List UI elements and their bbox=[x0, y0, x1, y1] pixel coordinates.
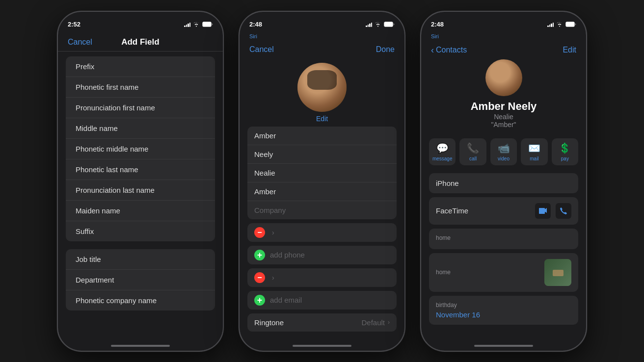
field-item-phonetic-first[interactable]: Phonetic first name bbox=[66, 77, 215, 98]
phone3-status-bar: 2:48 bbox=[421, 12, 586, 33]
phone2-status-bar: 2:48 bbox=[240, 12, 404, 33]
phone3-siri: Siri bbox=[421, 33, 586, 41]
phone2-frame: 2:48 bbox=[239, 11, 405, 352]
add-email-label: add email bbox=[270, 296, 302, 304]
mail-action-button[interactable]: ✉️ mail bbox=[521, 138, 547, 165]
cancel-button[interactable]: Cancel bbox=[68, 38, 92, 47]
contact-view-avatar bbox=[485, 59, 522, 96]
mail-icon: ✉️ bbox=[528, 142, 540, 154]
field-list: Prefix Phonetic first name Pronunciation… bbox=[58, 52, 223, 327]
battery-icon bbox=[384, 22, 395, 27]
edit-last-name[interactable]: Neely bbox=[247, 145, 397, 164]
field-item-suffix[interactable]: Suffix bbox=[66, 221, 215, 241]
field-item-middle-name[interactable]: Middle name bbox=[66, 118, 215, 139]
birthday-label: birthday bbox=[436, 302, 571, 309]
wifi-icon bbox=[375, 22, 381, 27]
video-action-button[interactable]: 📹 video bbox=[490, 138, 517, 165]
signal-icon bbox=[547, 22, 554, 27]
page-title: Add Field bbox=[121, 37, 159, 47]
home-card-1[interactable]: home bbox=[429, 229, 578, 249]
field-item-pronunciation-first[interactable]: Pronunciation first name bbox=[66, 98, 215, 118]
field-item-phonetic-last[interactable]: Phonetic last name bbox=[66, 159, 215, 180]
field-section-names: Prefix Phonetic first name Pronunciation… bbox=[66, 56, 215, 241]
contact-name: Amber Neely bbox=[471, 100, 537, 113]
facetime-label: FaceTime bbox=[436, 207, 468, 215]
signal-icon bbox=[366, 22, 372, 27]
add-email-row: + add email bbox=[247, 291, 397, 310]
message-icon: 💬 bbox=[436, 142, 449, 154]
facetime-video-button[interactable] bbox=[535, 203, 551, 219]
field-item-phonetic-company[interactable]: Phonetic company name bbox=[66, 290, 215, 310]
field-item-department[interactable]: Department bbox=[66, 270, 215, 290]
field-item-pronunciation-last[interactable]: Pronunciation last name bbox=[66, 180, 215, 201]
phone1-home-bar bbox=[111, 345, 170, 347]
phone3-frame: 2:48 bbox=[420, 11, 587, 352]
phone3-time: 2:48 bbox=[431, 21, 444, 28]
iphone-card[interactable]: iPhone bbox=[429, 173, 578, 193]
phone1-screen: 2:52 bbox=[58, 12, 223, 351]
field-item-phonetic-middle[interactable]: Phonetic middle name bbox=[66, 139, 215, 159]
edit-first-name[interactable]: Amber bbox=[247, 127, 397, 145]
info-cards: iPhone FaceTime bbox=[421, 173, 586, 351]
phone2-status-icons bbox=[366, 22, 395, 27]
back-button[interactable]: ‹ Contacts bbox=[431, 45, 467, 55]
phone1-status-bar: 2:52 bbox=[58, 12, 223, 33]
ringtone-row[interactable]: Ringtone Default › bbox=[247, 313, 397, 332]
edit-button[interactable]: Edit bbox=[563, 46, 576, 54]
expand-phone-icon[interactable]: › bbox=[272, 229, 274, 236]
edit-fields: Amber Neely Nealie Amber Company bbox=[240, 127, 404, 351]
wifi-icon bbox=[556, 22, 563, 27]
phone2-done-button[interactable]: Done bbox=[376, 45, 395, 54]
mail-label: mail bbox=[530, 156, 538, 161]
back-chevron-icon: ‹ bbox=[431, 45, 434, 55]
phone2-screen: 2:48 bbox=[240, 12, 404, 351]
add-phone-button[interactable]: + bbox=[254, 250, 265, 260]
remove-phone-button[interactable]: − bbox=[254, 227, 265, 238]
facetime-call-icon bbox=[560, 207, 567, 215]
phone-remove-row: − › bbox=[247, 223, 397, 242]
home-label-1: home bbox=[436, 234, 571, 241]
phone2-home-bar bbox=[293, 345, 351, 347]
svg-rect-5 bbox=[566, 23, 573, 26]
call-icon: 📞 bbox=[467, 142, 479, 154]
map-thumbnail bbox=[544, 259, 571, 286]
facetime-video-icon bbox=[538, 207, 547, 214]
ringtone-label: Ringtone bbox=[254, 318, 284, 327]
phones-container: 2:52 bbox=[47, 1, 597, 362]
add-email-button[interactable]: + bbox=[254, 295, 265, 306]
wifi-icon bbox=[193, 22, 200, 27]
remove-email-button[interactable]: − bbox=[254, 272, 265, 283]
ringtone-value: Default bbox=[361, 318, 385, 327]
phone1-time: 2:52 bbox=[68, 21, 80, 28]
phone2-nav: Cancel Done bbox=[240, 41, 404, 58]
expand-email-icon[interactable]: › bbox=[272, 274, 274, 282]
birthday-card[interactable]: birthday November 16 bbox=[429, 296, 578, 325]
field-item-job-title[interactable]: Job title bbox=[66, 249, 215, 270]
facetime-call-button[interactable] bbox=[556, 203, 571, 219]
contact-photo-area: Edit bbox=[240, 58, 404, 127]
call-action-button[interactable]: 📞 call bbox=[459, 138, 486, 165]
signal-icon bbox=[184, 22, 190, 27]
iphone-value: iPhone bbox=[436, 179, 571, 187]
edit-company[interactable]: Company bbox=[247, 201, 397, 219]
photo-face bbox=[297, 63, 347, 112]
back-label: Contacts bbox=[436, 46, 467, 54]
edit-phonetic-name[interactable]: Nealie bbox=[247, 164, 397, 182]
phone2-cancel-button[interactable]: Cancel bbox=[249, 45, 274, 54]
email-remove-row: − › bbox=[247, 268, 397, 287]
name-fields-block: Amber Neely Nealie Amber Company bbox=[247, 127, 397, 219]
add-phone-label: add phone bbox=[270, 251, 305, 259]
ringtone-chevron-icon: › bbox=[388, 319, 390, 326]
battery-icon bbox=[565, 22, 576, 27]
add-phone-row: + add phone bbox=[247, 246, 397, 264]
field-item-maiden-name[interactable]: Maiden name bbox=[66, 201, 215, 221]
facetime-card[interactable]: FaceTime bbox=[429, 197, 578, 225]
edit-photo-button[interactable]: Edit bbox=[316, 115, 328, 123]
edit-nickname[interactable]: Amber bbox=[247, 182, 397, 201]
pay-action-button[interactable]: 💲 pay bbox=[552, 138, 578, 165]
svg-rect-1 bbox=[203, 23, 210, 26]
svg-rect-3 bbox=[385, 23, 392, 26]
home-card-2[interactable]: home bbox=[429, 253, 578, 292]
message-action-button[interactable]: 💬 message bbox=[429, 138, 456, 165]
field-item-prefix[interactable]: Prefix bbox=[66, 56, 215, 77]
